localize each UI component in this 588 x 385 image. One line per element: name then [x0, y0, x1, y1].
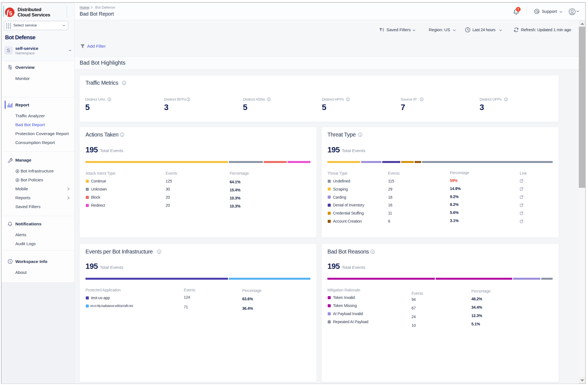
svg-text:i: i [421, 98, 422, 101]
svg-text:i: i [188, 98, 189, 101]
svg-text:i: i [360, 133, 361, 137]
svg-text:i: i [347, 98, 348, 101]
svg-text:i: i [506, 98, 506, 101]
svg-text:i: i [372, 250, 373, 254]
svg-text:i: i [109, 98, 110, 101]
svg-text:5: 5 [9, 10, 12, 16]
svg-text:i: i [268, 98, 269, 101]
svg-text:i: i [159, 250, 160, 254]
svg-text:i: i [124, 81, 124, 84]
svg-text:i: i [122, 133, 122, 137]
